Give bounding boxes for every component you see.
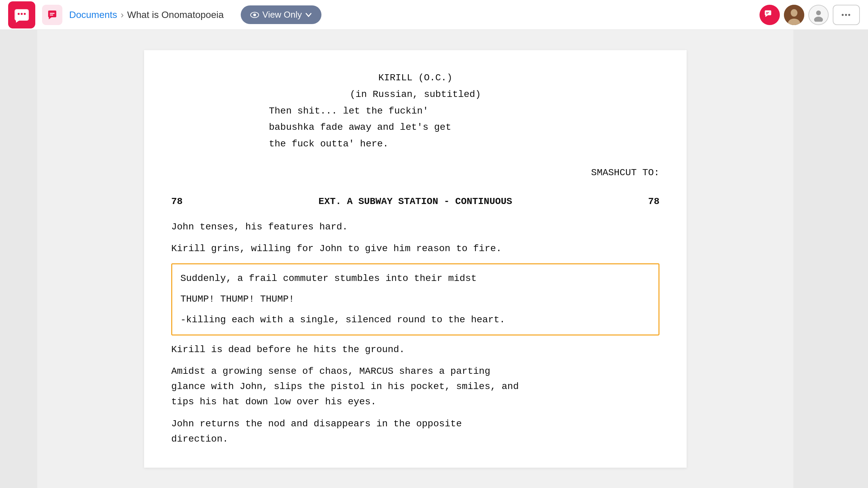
screenplay-content: KIRILL (O.C.) (in Russian, subtitled) Th… bbox=[171, 70, 659, 447]
dialogue-line-1: Then shit... let the fuckin' bbox=[269, 104, 635, 119]
action-5-line-2: direction. bbox=[171, 434, 228, 444]
svg-point-3 bbox=[24, 13, 26, 15]
scene-num-right: 78 bbox=[648, 194, 659, 209]
svg-point-11 bbox=[791, 9, 797, 17]
more-options-button[interactable]: ••• bbox=[833, 5, 860, 25]
action-4-line-3: tips his hat down low over his eyes. bbox=[171, 396, 376, 407]
document-area[interactable]: KIRILL (O.C.) (in Russian, subtitled) Th… bbox=[37, 30, 793, 488]
document-page: KIRILL (O.C.) (in Russian, subtitled) Th… bbox=[144, 50, 687, 468]
action-4-line-2: glance with John, slips the pistol in hi… bbox=[171, 381, 519, 392]
action-4-line-1: Amidst a growing sense of chaos, MARCUS … bbox=[171, 366, 490, 377]
dialogue-line-3: the fuck outta' here. bbox=[269, 137, 635, 152]
avatar-icon-1[interactable] bbox=[760, 5, 780, 25]
avatar-photo[interactable] bbox=[784, 5, 804, 25]
svg-point-7 bbox=[253, 14, 256, 16]
smashcut: SMASHCUT TO: bbox=[171, 165, 659, 181]
scene-heading: 78 EXT. A SUBWAY STATION - CONTINUOUS 78 bbox=[171, 194, 659, 209]
highlighted-block: Suddenly, a frail commuter stumbles into… bbox=[171, 263, 659, 335]
app-logo[interactable] bbox=[8, 1, 35, 28]
action-5-line-1: John returns the nod and disappears in t… bbox=[171, 419, 462, 429]
svg-rect-8 bbox=[766, 12, 769, 13]
svg-point-14 bbox=[814, 17, 823, 22]
action-3: Kirill is dead before he hits the ground… bbox=[171, 342, 659, 358]
topbar-right: ••• bbox=[760, 5, 860, 25]
scene-num-left: 78 bbox=[171, 194, 183, 209]
view-mode-label: View Only bbox=[262, 9, 302, 20]
breadcrumb-separator: › bbox=[121, 9, 124, 20]
action-1: John tenses, his features hard. bbox=[171, 220, 659, 235]
character-name: KIRILL (O.C.) bbox=[171, 70, 659, 86]
action-2: Kirill grins, willing for John to give h… bbox=[171, 241, 659, 257]
right-sidebar bbox=[793, 30, 868, 488]
svg-point-13 bbox=[816, 11, 821, 15]
topbar: Documents › What is Onomatopoeia View On… bbox=[0, 0, 868, 30]
comment-nav-button[interactable] bbox=[42, 5, 62, 25]
highlight-line-2: THUMP! THUMP! THUMP! bbox=[180, 292, 650, 307]
highlight-line-3: -killing each with a single, silenced ro… bbox=[180, 312, 650, 328]
left-sidebar bbox=[0, 30, 37, 488]
svg-point-2 bbox=[21, 13, 23, 15]
highlight-line-1: Suddenly, a frail commuter stumbles into… bbox=[180, 271, 650, 286]
more-dots-label: ••• bbox=[841, 11, 851, 19]
avatar-person[interactable] bbox=[808, 5, 829, 25]
dialogue-line-2: babushka fade away and let's get bbox=[269, 120, 635, 135]
breadcrumb-doc-title: What is Onomatopoeia bbox=[127, 9, 224, 20]
breadcrumb-documents[interactable]: Documents bbox=[69, 9, 117, 20]
svg-rect-9 bbox=[766, 13, 768, 14]
svg-rect-4 bbox=[50, 13, 55, 14]
view-mode-button[interactable]: View Only bbox=[241, 5, 322, 24]
scene-direction: (in Russian, subtitled) bbox=[171, 87, 659, 102]
action-4: Amidst a growing sense of chaos, MARCUS … bbox=[171, 364, 659, 409]
scene-heading-text: EXT. A SUBWAY STATION - CONTINUOUS bbox=[318, 194, 512, 209]
svg-point-1 bbox=[18, 13, 20, 15]
breadcrumb: Documents › What is Onomatopoeia bbox=[69, 9, 224, 20]
action-5: John returns the nod and disappears in t… bbox=[171, 416, 659, 447]
main-area: KIRILL (O.C.) (in Russian, subtitled) Th… bbox=[0, 30, 868, 488]
svg-rect-5 bbox=[50, 15, 53, 16]
